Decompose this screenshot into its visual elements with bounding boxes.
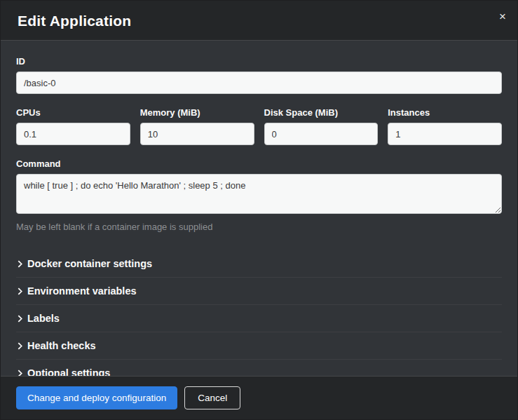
section-labels[interactable]: Labels <box>16 304 502 332</box>
page-title: Edit Application <box>18 13 500 29</box>
instances-field-group: Instances <box>388 107 502 145</box>
memory-label: Memory (MiB) <box>140 107 254 118</box>
change-and-deploy-button[interactable]: Change and deploy configuration <box>16 386 177 410</box>
instances-label: Instances <box>388 107 502 118</box>
cpus-field-group: CPUs <box>16 107 130 145</box>
resources-row: CPUs Memory (MiB) Disk Space (MiB) Insta… <box>16 107 502 145</box>
section-health-checks[interactable]: Health checks <box>16 332 502 359</box>
section-label: Environment variables <box>27 285 137 297</box>
modal-header: Edit Application × <box>1 1 517 41</box>
chevron-right-icon <box>16 342 27 350</box>
disk-space-field-group: Disk Space (MiB) <box>264 107 379 145</box>
section-docker-container-settings[interactable]: Docker container settings <box>16 250 502 277</box>
edit-application-modal: Edit Application × ID CPUs Memory (MiB) … <box>0 0 518 420</box>
modal-footer: Change and deploy configuration Cancel <box>1 376 517 420</box>
command-help-text: May be left blank if a container image i… <box>16 222 502 232</box>
section-environment-variables[interactable]: Environment variables <box>16 277 502 304</box>
memory-field-group: Memory (MiB) <box>140 107 254 145</box>
chevron-right-icon <box>16 370 27 376</box>
section-label: Labels <box>27 313 60 324</box>
memory-input[interactable] <box>140 123 254 145</box>
cancel-button[interactable]: Cancel <box>184 386 240 410</box>
chevron-right-icon <box>16 287 27 295</box>
section-optional-settings[interactable]: Optional settings <box>16 359 502 376</box>
command-input[interactable]: while [ true ] ; do echo 'Hello Marathon… <box>16 174 502 214</box>
id-field-group: ID <box>16 56 502 94</box>
disk-space-label: Disk Space (MiB) <box>264 107 379 118</box>
collapsible-sections: Docker container settings Environment va… <box>16 250 502 376</box>
id-label: ID <box>16 56 502 67</box>
cpus-label: CPUs <box>16 107 130 118</box>
disk-space-input[interactable] <box>264 123 379 145</box>
instances-input[interactable] <box>388 123 502 145</box>
modal-body: ID CPUs Memory (MiB) Disk Space (MiB) In… <box>1 41 517 376</box>
section-label: Docker container settings <box>27 258 152 269</box>
command-label: Command <box>16 158 502 169</box>
section-label: Health checks <box>27 340 96 351</box>
close-icon[interactable]: × <box>499 11 506 22</box>
id-input[interactable] <box>16 72 502 94</box>
section-label: Optional settings <box>27 367 110 376</box>
command-field-group: Command while [ true ] ; do echo 'Hello … <box>16 158 502 232</box>
cpus-input[interactable] <box>16 123 130 145</box>
chevron-right-icon <box>16 260 27 268</box>
chevron-right-icon <box>16 315 27 323</box>
